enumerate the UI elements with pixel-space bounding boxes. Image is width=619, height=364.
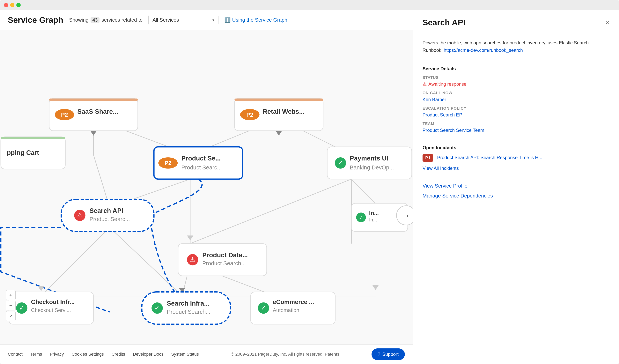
minimize-dot[interactable] [10,3,14,7]
footer-cookies[interactable]: Cookies Settings [72,352,104,357]
node-ecommerce[interactable]: ✓ eCommerce ... Automation [251,292,335,324]
escalation-label: ESCALATION POLICY [422,106,609,111]
footer-system-status[interactable]: System Status [171,352,199,357]
svg-text:Banking DevOp...: Banking DevOp... [350,164,394,171]
showing-suffix: services related to [101,17,142,23]
node-saas-share[interactable]: P2 SaaS Share... [49,98,138,131]
services-dropdown[interactable]: All Services ▾ [148,15,218,25]
svg-text:In...: In... [369,210,379,216]
svg-text:Checkout Infr...: Checkout Infr... [31,299,75,305]
svg-text:✓: ✓ [359,214,363,221]
node-shopping-cart[interactable]: pping Cart [1,137,65,169]
svg-rect-30 [49,98,138,101]
svg-text:P2: P2 [246,112,253,118]
node-payments-ui[interactable]: ✓ Payments UI Banking DevOp... [327,147,412,179]
svg-text:Product Search...: Product Search... [167,309,211,315]
node-product-data[interactable]: ⚠ Product Data... Product Search... [178,244,267,276]
footer-privacy[interactable]: Privacy [50,352,64,357]
oncall-label: ON CALL NOW [422,91,609,95]
footer-contact[interactable]: Contact [8,352,23,357]
showing-prefix: Showing [69,17,89,23]
svg-text:Automation: Automation [273,307,299,313]
svg-rect-55 [1,137,65,139]
svg-text:Product Searc...: Product Searc... [89,216,130,222]
svg-text:SaaS Share...: SaaS Share... [77,108,118,115]
panel-title: Search API [422,18,465,27]
help-link[interactable]: ℹ️ Using the Service Graph [224,17,287,23]
page-title: Service Graph [8,15,63,25]
svg-line-11 [351,179,375,203]
svg-text:Retail Webs...: Retail Webs... [263,108,305,115]
support-label: Support [382,351,399,357]
zoom-out-button[interactable]: − [6,301,15,310]
service-count: 43 [91,17,100,23]
warning-icon: ⚠ [422,81,427,87]
svg-text:Checkout Servi...: Checkout Servi... [31,307,71,313]
info-icon: ℹ️ [224,17,231,23]
p1-badge: P1 [422,154,433,162]
svg-marker-27 [187,236,193,240]
app-window: Service Graph Showing 43 services relate… [0,0,619,364]
incident-item: P1 Product Search API: Search Response T… [422,154,609,162]
svg-text:✓: ✓ [155,304,160,311]
svg-text:✓: ✓ [338,159,343,166]
svg-marker-28 [372,285,379,290]
close-dot[interactable] [4,3,8,7]
service-details-title: Service Details [422,66,609,71]
support-button[interactable]: ? Support [371,349,405,360]
node-search-infra[interactable]: ✓ Search Infra... Product Search... [142,292,230,324]
footer-credits[interactable]: Credits [112,352,125,357]
panel-close-button[interactable]: × [605,19,609,26]
status-value: ⚠ Awaiting response [422,81,609,87]
side-panel: Search API × Powers the mobile, web app … [413,10,619,364]
runbook-link[interactable]: https://acme-dev.com/runbook_search [444,47,523,53]
zoom-in-button[interactable]: + [6,290,15,300]
status-label: STATUS [422,75,609,80]
graph-area: Service Graph Showing 43 services relate… [0,10,413,364]
svg-text:Search Infra...: Search Infra... [167,300,210,307]
svg-text:pping Cart: pping Cart [7,149,39,156]
zoom-fit-button[interactable]: ⤢ [6,311,15,321]
node-retail-webs[interactable]: P2 Retail Webs... [234,98,323,131]
question-icon: ? [378,351,380,357]
node-checkout-infr[interactable]: ✓ Checkout Infr... Checkout Servi... [9,292,94,324]
svg-text:⚠: ⚠ [190,256,196,263]
incident-link[interactable]: Product Search API: Search Response Time… [437,154,542,161]
help-link-text: Using the Service Graph [232,17,287,23]
svg-marker-26 [38,286,44,291]
team-label: TEAM [422,122,609,126]
svg-text:Product Se...: Product Se... [181,155,221,162]
svg-text:Product Search...: Product Search... [202,260,246,266]
svg-text:✓: ✓ [19,304,25,311]
status-text: Awaiting response [428,81,466,87]
svg-text:In...: In... [369,217,377,223]
node-search-api[interactable]: ⚠ Search API Product Searc... [61,199,154,232]
escalation-value[interactable]: Product Search EP [422,112,609,118]
graph-header: Service Graph Showing 43 services relate… [0,10,413,30]
titlebar [0,0,619,10]
footer: Contact Terms Privacy Cookies Settings C… [0,344,413,364]
incidents-section: Open Incidents P1 Product Search API: Se… [413,139,619,177]
maximize-dot[interactable] [16,3,21,7]
oncall-value[interactable]: Ken Barber [422,97,609,102]
manage-dependencies-link[interactable]: Manage Service Dependencies [422,193,609,199]
svg-text:Payments UI: Payments UI [350,155,388,162]
svg-line-9 [41,227,110,296]
footer-terms[interactable]: Terms [30,352,42,357]
node-product-se[interactable]: P2 Product Se... Product Searc... [154,147,243,179]
svg-text:✓: ✓ [261,304,266,311]
panel-actions: View Service Profile Manage Service Depe… [413,177,619,205]
svg-line-5 [190,179,352,244]
svg-rect-35 [234,98,323,101]
view-all-incidents-link[interactable]: View All Incidents [422,166,609,171]
showing-text: Showing 43 services related to [69,17,142,23]
svg-text:Search API: Search API [89,207,123,214]
graph-svg: P2 SaaS Share... P2 Retail Webs... [0,30,413,344]
panel-description: Powers the mobile, web app searches for … [413,33,619,60]
team-value[interactable]: Product Search Service Team [422,127,609,133]
main-content: Service Graph Showing 43 services relate… [0,10,619,364]
svg-marker-20 [276,131,282,136]
footer-dev-docs[interactable]: Developer Docs [133,352,164,357]
view-service-profile-link[interactable]: View Service Profile [422,183,609,189]
footer-copyright: © 2009–2021 PagerDuty, Inc. All rights r… [231,352,339,357]
